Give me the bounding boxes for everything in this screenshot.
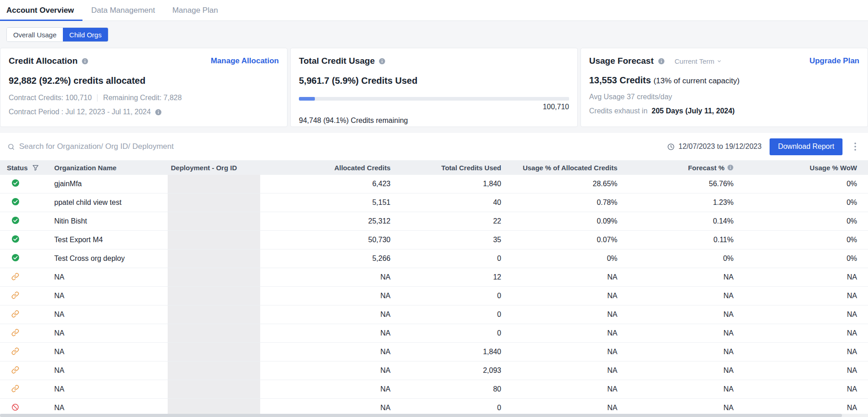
usage-wow-cell: NA [745,343,868,361]
allocated-credits-cell: NA [280,361,401,380]
active-check-icon [11,179,20,187]
table-row[interactable]: NA NA 1,840 NA NA NA [0,343,868,361]
date-range-control[interactable]: 12/07/2023 to 19/12/2023 [667,142,761,151]
exhaust-date-label: 205 Days (July 11, 2024) [652,107,734,115]
org-name-cell: NA [49,305,166,324]
col-organization-name: Organization Name [49,160,166,175]
table-row[interactable]: gjainMfa 6,423 1,840 28.65% 56.76% 0% [0,175,868,193]
horizontal-scrollbar[interactable] [0,414,868,417]
info-icon[interactable] [379,58,385,65]
deployment-cell [166,305,280,324]
tab-data-management[interactable]: Data Management [82,0,164,20]
table-row[interactable]: NA NA 0 NA NA NA [0,287,868,305]
deployment-cell [166,380,280,399]
total-credits-used-cell: 2,093 [401,361,512,380]
redacted-block [168,361,260,380]
status-icon [11,310,19,318]
usage-wow-cell: 0% [745,193,868,212]
info-icon[interactable] [82,58,88,65]
usage-pct-cell: 0.09% [512,212,628,231]
contract-credits-label: Contract Credits: 100,710 [9,94,92,102]
usage-wow-cell: NA [745,268,868,287]
total-credits-used-cell: 22 [401,212,512,231]
table-row[interactable]: NA NA 0 NA NA NA [0,305,868,324]
credit-allocation-card: Credit Allocation Manage Allocation 92,8… [0,48,288,127]
allocated-credits-cell: 25,312 [280,212,401,231]
table-row[interactable]: NA NA 12 NA NA NA [0,268,868,287]
table-row[interactable]: Nitin Bisht 25,312 22 0.09% 0.14% 0% [0,212,868,231]
table-row[interactable]: NA NA 0 NA NA NA [0,324,868,343]
summary-cards: Credit Allocation Manage Allocation 92,8… [0,48,868,127]
active-check-icon [11,216,20,224]
forecast-pct-cell: NA [628,324,745,343]
search-input[interactable] [19,142,302,151]
org-name-cell: NA [49,361,166,380]
usage-progress-bar [299,97,569,101]
usage-pct-cell: NA [512,324,628,343]
usage-wow-cell: NA [745,305,868,324]
col-used-label: Total Credits Used [442,164,501,172]
child-orgs-table: Status Organization Name Deployment - Or… [0,160,868,417]
table-row[interactable]: NA NA 80 NA NA NA [0,380,868,399]
status-icon [11,179,20,187]
allocated-credits-cell: NA [280,324,401,343]
deployment-cell [166,249,280,268]
usage-wow-cell: 0% [745,249,868,268]
active-check-icon [11,254,20,262]
org-name-cell: NA [49,268,166,287]
usage-wow-cell: 0% [745,175,868,193]
download-report-button[interactable]: Download Report [770,138,842,155]
org-name-cell: NA [49,343,166,361]
info-icon[interactable] [155,109,162,116]
total-credits-used-cell: 0 [401,324,512,343]
overall-usage-toggle[interactable]: Overall Usage [7,28,63,41]
table-controls: 12/07/2023 to 19/12/2023 Download Report [0,133,868,160]
scrollbar-thumb[interactable] [0,414,842,417]
usage-pct-cell: 0.07% [512,231,628,249]
usage-wow-cell: NA [745,361,868,380]
redacted-block [168,343,260,361]
table-row[interactable]: Test Export M4 50,730 35 0.07% 0.11% 0% [0,231,868,249]
col-allocated-credits: Allocated Credits [280,160,401,175]
allocated-credits-cell: NA [280,287,401,305]
col-usage-pct-label: Usage % of Allocated Credits [523,164,617,172]
col-status-label: Status [7,164,28,172]
active-check-icon [11,198,20,206]
col-usage-wow: Usage % WoW [745,160,868,175]
manage-allocation-link[interactable]: Manage Allocation [211,56,279,66]
forecast-pct-cell: NA [628,305,745,324]
forecast-pct-cell: 1.23% [628,193,745,212]
link-icon [11,291,19,299]
blocked-icon [11,403,19,411]
child-orgs-toggle[interactable]: Child Orgs [63,28,108,41]
allocated-credits-cell: 5,266 [280,249,401,268]
filter-icon[interactable] [32,165,39,171]
status-icon [11,273,19,280]
total-credits-used-cell: 0 [401,305,512,324]
info-icon[interactable] [658,58,665,65]
deployment-cell [166,175,280,193]
status-icon [11,403,19,411]
table-row[interactable]: NA NA 2,093 NA NA NA [0,361,868,380]
term-dropdown[interactable]: Current Term [675,57,722,65]
deployment-cell [166,231,280,249]
info-icon[interactable] [727,164,734,171]
usage-progress-fill [299,97,315,101]
table-row[interactable]: ppatel child view test 5,151 40 0.78% 1.… [0,193,868,212]
table-row[interactable]: Test Cross org deploy 5,266 0 0% 0% 0% [0,249,868,268]
deployment-cell [166,193,280,212]
usage-pct-cell: NA [512,287,628,305]
credits-remaining-label: 94,748 (94.1%) Credits remaining [299,117,569,125]
upgrade-plan-link[interactable]: Upgrade Plan [809,56,859,66]
allocated-credits-cell: 5,151 [280,193,401,212]
col-usage-pct-allocated: Usage % of Allocated Credits [512,160,628,175]
status-icon [11,216,20,224]
kebab-menu-icon[interactable] [849,140,862,153]
usage-pct-cell: NA [512,380,628,399]
col-organization-label: Organization Name [54,164,117,172]
tab-account-overview[interactable]: Account Overview [0,0,82,20]
usage-pct-cell: NA [512,343,628,361]
credits-allocated-headline: 92,882 (92.2%) credits allocated [9,76,279,86]
status-icon [11,385,19,392]
tab-manage-plan[interactable]: Manage Plan [164,0,226,20]
